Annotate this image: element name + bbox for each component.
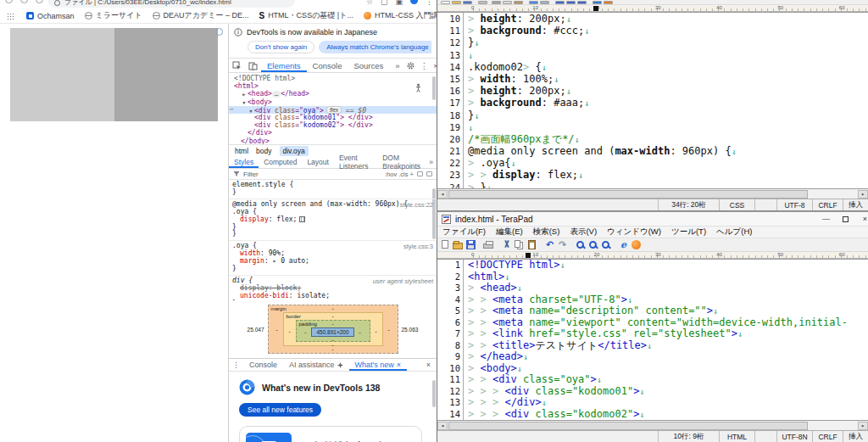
style-line[interactable]: display: flex; xyxy=(232,216,433,224)
open-in-browser-button[interactable] xyxy=(631,239,642,250)
code-line[interactable]: 5> > <meta name="description" content=""… xyxy=(437,305,868,317)
tab-console[interactable]: Console xyxy=(307,59,348,72)
bookmark-item[interactable]: SHTML・CSSの基礎 |ト... xyxy=(259,10,353,21)
dom-tree-row[interactable]: ▼<body> xyxy=(229,98,437,106)
menu-item[interactable]: 編集(E) xyxy=(491,227,528,238)
more-tabs-icon[interactable]: » xyxy=(389,59,405,72)
style-line[interactable]: } xyxy=(232,231,433,238)
code-line[interactable]: 1<!DOCTYPE html>↓ xyxy=(437,260,868,271)
back-icon[interactable] xyxy=(5,0,13,3)
code-line[interactable]: 4> > <meta charset="UTF-8">↓ xyxy=(437,294,868,306)
close-button[interactable]: × xyxy=(855,212,868,227)
extensions-icon[interactable]: ▣ xyxy=(395,0,403,6)
scroll-right-icon[interactable]: ▸ xyxy=(858,422,868,430)
notice-button[interactable]: Don't show again xyxy=(248,41,314,53)
code-line[interactable]: 24> }↓ xyxy=(437,182,868,188)
title-bar[interactable]: index.html - TeraPad — × xyxy=(437,212,868,227)
profile-avatar[interactable] xyxy=(410,0,418,4)
redo-button[interactable]: ↷ xyxy=(557,239,568,250)
code-line[interactable]: 17> background: #aaa;↓ xyxy=(437,97,868,109)
code-line[interactable]: 2<html>↓ xyxy=(437,271,868,283)
scroll-right-icon[interactable]: ▸ xyxy=(858,190,868,199)
code-line[interactable]: 14> > > <div class="kodomo02">↓ xyxy=(437,409,868,421)
new-rule-icon[interactable] xyxy=(426,171,432,176)
code-line[interactable]: 11> > <div class="oya">↓ xyxy=(437,374,868,386)
style-line[interactable]: } xyxy=(232,189,433,197)
code-line[interactable]: 18}↓ xyxy=(437,109,868,121)
dom-tree-row[interactable]: ⋯▼<div class="oya">flex == $0 xyxy=(229,106,437,114)
bookmark-item[interactable]: DEAUアカデミー – DE... xyxy=(153,10,249,21)
styles-tab-styles[interactable]: Styles xyxy=(229,156,259,168)
code-line[interactable]: 7> > <link href="style.css" rel="stylesh… xyxy=(437,328,868,340)
dom-tree-row[interactable]: <!DOCTYPE html> xyxy=(229,75,437,82)
maximize-button[interactable] xyxy=(836,212,855,227)
dom-tree-row[interactable]: </body> xyxy=(229,137,437,145)
search-next-button[interactable] xyxy=(587,239,598,250)
code-line[interactable]: 8> > <title>テストサイト</title>↓ xyxy=(437,340,868,352)
paste-button[interactable] xyxy=(526,239,537,250)
styles-tab-computed[interactable]: Computed xyxy=(259,156,302,168)
settings-gear-icon[interactable] xyxy=(406,61,415,70)
style-line[interactable]: } xyxy=(232,224,433,232)
drawer-menu-icon[interactable]: ⋮ xyxy=(229,359,243,371)
code-line[interactable]: 10> <body>↓ xyxy=(437,363,868,375)
menu-item[interactable]: 表示(V) xyxy=(565,227,602,238)
menu-item[interactable]: ヘルプ(H) xyxy=(711,227,757,238)
search-prev-button[interactable] xyxy=(600,239,611,250)
scroll-left-icon[interactable]: ◂ xyxy=(437,422,448,430)
scrollbar-thumb[interactable] xyxy=(448,190,808,199)
computed-icon[interactable] xyxy=(417,171,423,176)
inspect-element-icon[interactable] xyxy=(229,59,245,72)
style-line[interactable]: margin: ▸ 0 auto; xyxy=(232,258,433,266)
copy-button[interactable] xyxy=(514,239,525,250)
breadcrumb-item[interactable]: html xyxy=(235,147,248,155)
dom-tree-row[interactable]: <div class="kodomo01"> </div> xyxy=(229,114,437,121)
css-editor-area[interactable]: 10> height: 200px;↓11> background: #ccc;… xyxy=(437,12,868,188)
drawer-tab-console[interactable]: Console xyxy=(243,359,283,371)
drawer-tab-ai-assistance[interactable]: AI assistance xyxy=(283,359,349,371)
side-panel-icon[interactable]: ▢ xyxy=(381,0,388,6)
highlight-card[interactable]: new See the highlights from Chrome 138 xyxy=(239,426,422,442)
device-toolbar-icon[interactable] xyxy=(245,59,261,72)
code-line[interactable]: 22> .oya{↓ xyxy=(437,157,868,169)
address-pill[interactable]: ファイル | C:/Users/03EE/Desktop/0710_wc/ind… xyxy=(47,0,295,8)
code-line[interactable]: 13> > > </div>↓ xyxy=(437,397,868,409)
drawer-close-icon[interactable]: × xyxy=(420,359,437,371)
code-line[interactable]: 21@media only screen and (max-width: 960… xyxy=(437,145,868,157)
devtools-menu-icon[interactable]: ⋮ xyxy=(420,61,429,70)
style-line[interactable]: } xyxy=(232,266,433,273)
menu-item[interactable]: ツール(T) xyxy=(666,227,711,238)
tab-close-icon[interactable]: × xyxy=(397,361,401,369)
styles-tab-layout[interactable]: Layout xyxy=(302,156,334,168)
menu-item[interactable]: ウィンドウ(W) xyxy=(602,227,666,238)
dom-tree-row[interactable]: <div class="kodomo02"> </div> xyxy=(229,121,437,129)
breadcrumb-item[interactable]: div.oya xyxy=(280,146,309,156)
breadcrumb-item[interactable]: body xyxy=(256,147,271,155)
chrome-menu-icon[interactable]: ⋮ xyxy=(426,0,433,6)
code-line[interactable]: 6> > <meta name="viewport" content="widt… xyxy=(437,317,868,329)
see-all-new-features-button[interactable]: See all new features xyxy=(239,403,321,417)
forward-icon[interactable] xyxy=(20,0,28,3)
page-info-icon[interactable] xyxy=(54,0,60,6)
more-styles-tabs-icon[interactable]: » xyxy=(426,156,437,168)
code-line[interactable]: 3> <head>↓ xyxy=(437,283,868,294)
filter-input[interactable]: Filter xyxy=(243,171,259,178)
minimize-button[interactable]: — xyxy=(816,212,836,227)
scrollbar-thumb[interactable] xyxy=(432,380,436,407)
code-line[interactable]: 19↓ xyxy=(437,121,868,133)
apps-grid-icon[interactable] xyxy=(7,13,14,20)
code-line[interactable]: 23> > display: flex;↓ xyxy=(437,169,868,181)
scrollbar-thumb[interactable] xyxy=(448,422,808,430)
dom-tree-row[interactable]: </div> xyxy=(229,129,437,137)
cut-button[interactable] xyxy=(501,239,512,250)
open-in-ie-button[interactable]: e xyxy=(618,239,629,250)
style-line[interactable]: element.style { xyxy=(232,182,433,189)
code-line[interactable]: 16> height: 200px;↓ xyxy=(437,85,868,97)
notice-button[interactable]: Always match Chrome's language xyxy=(319,41,431,53)
rule-source-link[interactable]: style.css:22 xyxy=(400,201,433,209)
flex-editor-icon[interactable] xyxy=(299,216,305,222)
code-line[interactable]: 12> > > <div class="kodomo01">↓ xyxy=(437,386,868,398)
print-button[interactable] xyxy=(483,239,494,250)
drawer-tab-what-s-new[interactable]: What's new× xyxy=(349,359,408,371)
code-line[interactable]: 12}↓ xyxy=(437,36,868,48)
